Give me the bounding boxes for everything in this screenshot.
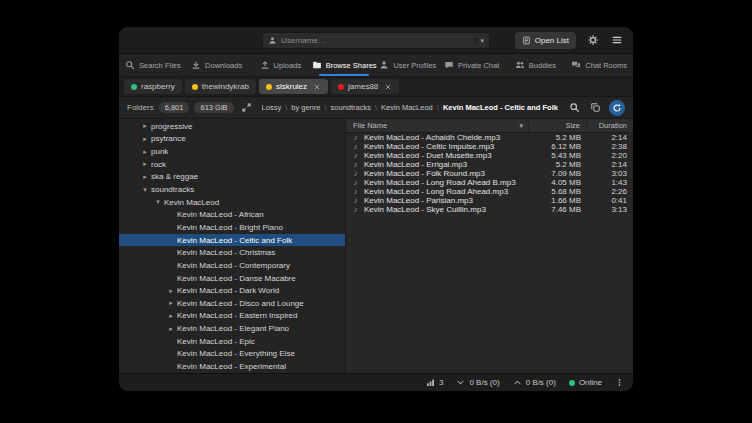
file-name-cell: ♪Kevin MacLeod - Long Road Ahead.mp3 [346, 187, 529, 196]
header-bar: ▾ Open List [119, 27, 633, 54]
tab-browse-shares[interactable]: Browse Shares [312, 54, 376, 76]
tree-item-label: Kevin MacLeod - Elegant Piano [177, 324, 289, 333]
close-icon[interactable] [384, 83, 392, 91]
tab-user-profiles[interactable]: User Profiles [376, 54, 440, 76]
file-row[interactable]: ♪Kevin MacLeod - Long Road Ahead.mp35.68… [346, 187, 633, 196]
username-combobox[interactable]: ▾ [262, 32, 490, 49]
connections-status[interactable]: 3 [426, 378, 443, 387]
breadcrumb-item[interactable]: Lossy [262, 103, 282, 112]
file-row[interactable]: ♪Kevin MacLeod - Achaidh Cheide.mp35.2 M… [346, 133, 633, 142]
status-bar: 3 0 B/s (0) 0 B/s (0) Online [119, 373, 633, 391]
online-status[interactable]: Online [569, 378, 602, 387]
browse-toolbar: Folders 6,801 613 GiB Lossy\by genre\sou… [119, 97, 633, 119]
tab-chat-rooms[interactable]: Chat Rooms [567, 54, 631, 76]
chevron-down-icon[interactable]: ▾ [475, 37, 484, 45]
tree-item[interactable]: ▸Kevin MacLeod - Elegant Piano [119, 322, 345, 335]
file-table: File Name ▾ Size Duration ♪Kevin MacLeod… [346, 119, 633, 373]
column-duration[interactable]: Duration [587, 119, 633, 132]
save-list-button[interactable] [588, 100, 603, 115]
list-document-icon [522, 36, 531, 45]
tab-private-chat[interactable]: Private Chat [440, 54, 504, 76]
file-row[interactable]: ♪Kevin MacLeod - Long Road Ahead B.mp34.… [346, 178, 633, 187]
column-file-name[interactable]: File Name ▾ [346, 119, 529, 132]
expander-closed-icon[interactable]: ▸ [165, 312, 177, 320]
expander-closed-icon[interactable]: ▸ [139, 160, 151, 168]
tab-search-files[interactable]: Search Files [121, 54, 185, 76]
refresh-button[interactable] [609, 100, 625, 116]
file-size: 5.43 MB [529, 151, 587, 160]
status-menu-button[interactable] [615, 378, 624, 387]
user-tab-thewindykrab[interactable]: thewindykrab [185, 79, 256, 94]
tab-label: Chat Rooms [585, 61, 627, 70]
expander-closed-icon[interactable]: ▸ [165, 325, 177, 333]
column-size[interactable]: Size [529, 119, 587, 132]
tab-buddies[interactable]: Buddies [504, 54, 568, 76]
file-row[interactable]: ♪Kevin MacLeod - Errigal.mp35.2 MB2:14 [346, 160, 633, 169]
breadcrumb-item[interactable]: Kevin MacLeod - Celtic and Folk [443, 103, 558, 112]
file-name-cell: ♪Kevin MacLeod - Duet Musette.mp3 [346, 151, 529, 160]
file-name: Kevin MacLeod - Duet Musette.mp3 [364, 151, 492, 160]
tree-item[interactable]: ▸Kevin MacLeod - Eastern Inspired [119, 310, 345, 323]
upload-rate-status[interactable]: 0 B/s (0) [513, 378, 556, 387]
tree-item[interactable]: Kevin MacLeod - Celtic and Folk [119, 234, 345, 247]
breadcrumb-item[interactable]: Kevin MacLeod [381, 103, 433, 112]
tree-item[interactable]: ▾Kevin MacLeod [119, 196, 345, 209]
expander-closed-icon[interactable]: ▸ [139, 148, 151, 156]
expander-closed-icon[interactable]: ▸ [139, 173, 151, 181]
expander-closed-icon[interactable]: ▸ [165, 299, 177, 307]
tree-item-label: Kevin MacLeod [164, 198, 219, 207]
tree-item-label: Kevin MacLeod - Bright Piano [177, 223, 283, 232]
file-name-cell: ♪Kevin MacLeod - Folk Round.mp3 [346, 169, 529, 178]
rooms-icon [571, 60, 581, 70]
file-row[interactable]: ♪Kevin MacLeod - Celtic Impulse.mp36.12 … [346, 142, 633, 151]
preferences-button[interactable] [585, 33, 600, 48]
file-row[interactable]: ♪Kevin MacLeod - Skye Cuillin.mp37.46 MB… [346, 205, 633, 214]
breadcrumb-item[interactable]: soundtracks [331, 103, 371, 112]
expander-closed-icon[interactable]: ▸ [139, 135, 151, 143]
tree-item[interactable]: ▸Kevin MacLeod - Dark World [119, 284, 345, 297]
network-signal-icon [426, 378, 435, 387]
main-menu-button[interactable] [609, 33, 624, 48]
file-row[interactable]: ♪Kevin MacLeod - Parisian.mp31.66 MB0:41 [346, 196, 633, 205]
open-list-button[interactable]: Open List [515, 32, 576, 49]
file-size: 5.2 MB [529, 160, 587, 169]
tree-item[interactable]: ▾soundtracks [119, 183, 345, 196]
tree-item[interactable]: ▸punk [119, 145, 345, 158]
tree-item[interactable]: Kevin MacLeod - African [119, 208, 345, 221]
tree-item[interactable]: Kevin MacLeod - Everything Else [119, 348, 345, 361]
tree-item[interactable]: Kevin MacLeod - Danse Macabre [119, 272, 345, 285]
tree-item[interactable]: ▸Kevin MacLeod - Disco and Lounge [119, 297, 345, 310]
close-icon[interactable] [313, 83, 321, 91]
file-row[interactable]: ♪Kevin MacLeod - Folk Round.mp37.09 MB3:… [346, 169, 633, 178]
tree-item[interactable]: Kevin MacLeod - Epic [119, 335, 345, 348]
expander-closed-icon[interactable]: ▸ [139, 122, 151, 130]
expand-panel-button[interactable] [239, 100, 254, 115]
tab-downloads[interactable]: Downloads [185, 54, 249, 76]
tree-item[interactable]: ▸progressive [119, 120, 345, 133]
tree-item[interactable]: Kevin MacLeod - Christmas [119, 246, 345, 259]
tree-item[interactable]: ▸ska & reggae [119, 171, 345, 184]
download-rate-status[interactable]: 0 B/s (0) [456, 378, 499, 387]
file-row[interactable]: ♪Kevin MacLeod - Duet Musette.mp35.43 MB… [346, 151, 633, 160]
person-icon [379, 60, 389, 70]
tree-item-label: ska & reggae [151, 172, 198, 181]
file-duration: 0:41 [587, 196, 633, 205]
breadcrumb-item[interactable]: by genre [291, 103, 320, 112]
tab-uploads[interactable]: Uploads [249, 54, 313, 76]
tree-item[interactable]: Kevin MacLeod - Contemporary [119, 259, 345, 272]
user-tab-james88[interactable]: james88 [331, 79, 399, 94]
user-tab-raspberry[interactable]: raspberry [124, 79, 182, 94]
tree-item[interactable]: Kevin MacLeod - Bright Piano [119, 221, 345, 234]
tree-item[interactable]: ▸psytrance [119, 133, 345, 146]
expander-closed-icon[interactable]: ▸ [165, 287, 177, 295]
expander-open-icon[interactable]: ▾ [152, 198, 164, 206]
expander-open-icon[interactable]: ▾ [139, 186, 151, 194]
user-tab-slskrulez[interactable]: slskrulez [259, 79, 328, 94]
file-duration: 2:14 [587, 133, 633, 142]
tree-item[interactable]: Kevin MacLeod - Experimental [119, 360, 345, 373]
tree-item[interactable]: ▸rock [119, 158, 345, 171]
music-note-icon: ♪ [349, 169, 362, 178]
main-tab-bar: Search FilesDownloadsUploadsBrowse Share… [119, 54, 633, 77]
search-files-button[interactable] [567, 100, 582, 115]
username-input[interactable] [281, 36, 471, 45]
